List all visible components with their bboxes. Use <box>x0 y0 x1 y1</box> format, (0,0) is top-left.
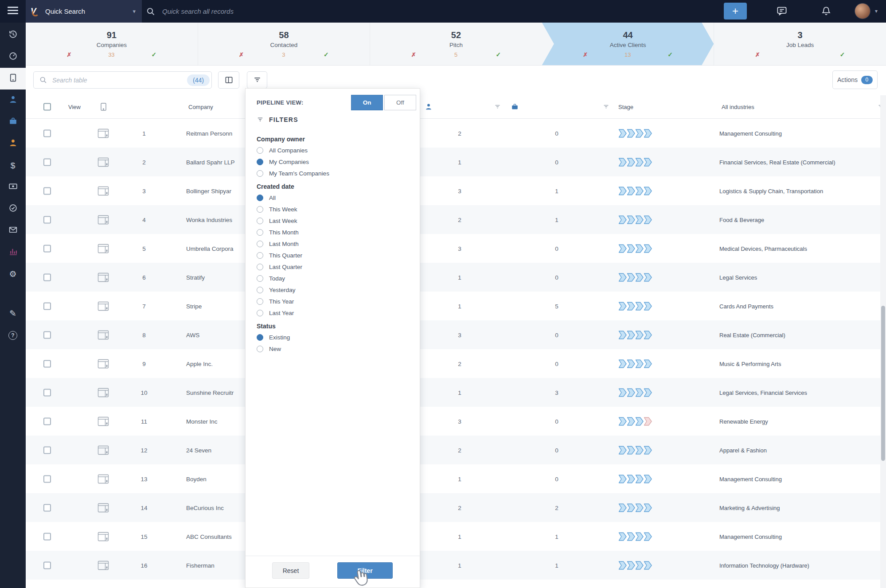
x-icon[interactable]: ✗ <box>411 51 416 58</box>
stage-indicator[interactable] <box>618 273 656 282</box>
filter-option[interactable]: This Year <box>257 298 411 305</box>
radio-unselected-icon[interactable] <box>257 298 263 305</box>
filter-option[interactable]: Last Week <box>257 218 411 224</box>
pipeline-stage-1[interactable]: 91Companies✗33✓ <box>26 23 198 65</box>
stage-indicator[interactable] <box>618 417 656 426</box>
company-link[interactable]: Umbrella Corpora <box>186 245 234 252</box>
preview-window-icon[interactable] <box>98 416 109 427</box>
filter-option[interactable]: My Team's Companies <box>257 170 411 177</box>
row-checkbox[interactable] <box>43 389 51 396</box>
company-link[interactable]: AWS <box>186 331 199 338</box>
row-checkbox[interactable] <box>43 331 51 339</box>
radio-unselected-icon[interactable] <box>257 147 263 154</box>
preview-window-icon[interactable] <box>98 387 109 398</box>
sidebar-item-payments[interactable] <box>0 176 26 198</box>
preview-window-icon[interactable] <box>98 560 109 571</box>
check-icon[interactable]: ✓ <box>496 51 501 58</box>
preview-window-icon[interactable] <box>98 474 109 484</box>
radio-unselected-icon[interactable] <box>257 206 263 213</box>
chat-icon[interactable] <box>777 6 787 16</box>
pipeline-view-on-button[interactable]: On <box>351 95 383 110</box>
filter-option[interactable]: All <box>257 195 411 201</box>
row-checkbox[interactable] <box>43 533 51 540</box>
preview-window-icon[interactable] <box>98 445 109 456</box>
sidebar-item-help[interactable]: ? <box>0 324 26 346</box>
row-checkbox[interactable] <box>43 216 51 223</box>
row-checkbox[interactable] <box>43 446 51 454</box>
sidebar-item-billing[interactable]: $ <box>0 155 26 176</box>
company-column-header[interactable]: Company <box>188 104 213 110</box>
jobs-briefcase-icon[interactable] <box>511 103 519 111</box>
radio-unselected-icon[interactable] <box>257 218 263 224</box>
stage-indicator[interactable] <box>618 388 656 397</box>
sidebar-item-history[interactable] <box>0 24 26 46</box>
company-link[interactable]: 24 Seven <box>186 447 211 453</box>
filter-option[interactable]: This Month <box>257 229 411 236</box>
stage-indicator[interactable] <box>618 331 656 339</box>
pipeline-stage-2[interactable]: 58Contacted✗3✓ <box>198 23 370 65</box>
preview-window-icon[interactable] <box>98 214 109 225</box>
company-link[interactable]: Stratify <box>186 274 205 280</box>
stage-indicator[interactable] <box>618 503 656 512</box>
row-checkbox[interactable] <box>43 187 51 195</box>
company-link[interactable]: Monster Inc <box>186 418 218 424</box>
row-checkbox[interactable] <box>43 561 51 569</box>
table-search-input[interactable] <box>51 76 187 84</box>
pipeline-stage-3[interactable]: 52Pitch✗5✓ <box>370 23 542 65</box>
stage-indicator[interactable] <box>618 532 656 541</box>
pipeline-view-off-button[interactable]: Off <box>384 95 416 110</box>
scrollbar-thumb[interactable] <box>881 306 885 461</box>
filter-funnel-icon[interactable] <box>494 104 501 110</box>
sidebar-item-analytics[interactable] <box>0 241 26 263</box>
stage-indicator[interactable] <box>618 244 656 253</box>
radio-unselected-icon[interactable] <box>257 252 263 259</box>
preview-window-icon[interactable] <box>98 358 109 369</box>
preview-window-icon[interactable] <box>98 186 109 196</box>
view-column-header[interactable]: View <box>68 104 81 110</box>
row-checkbox[interactable] <box>43 417 51 425</box>
filter-option[interactable]: All Companies <box>257 147 411 154</box>
select-all-checkbox[interactable] <box>43 103 51 111</box>
row-checkbox[interactable] <box>43 475 51 483</box>
row-checkbox[interactable] <box>43 302 51 310</box>
stage-indicator[interactable] <box>618 302 656 311</box>
sidebar-item-edit[interactable]: ✎ <box>0 303 26 324</box>
filter-option[interactable]: New <box>257 346 411 352</box>
row-checkbox[interactable] <box>43 273 51 281</box>
stage-indicator[interactable] <box>618 475 656 483</box>
row-checkbox[interactable] <box>43 360 51 367</box>
pipeline-stage-4[interactable]: 44Active Clients✗13✓ <box>542 23 714 65</box>
company-link[interactable]: Bollinger Shipyar <box>186 187 231 194</box>
global-search-input[interactable] <box>161 7 472 16</box>
filter-button[interactable] <box>247 71 267 89</box>
company-link[interactable]: Fisherman <box>186 562 215 569</box>
sidebar-item-settings[interactable]: ⚙ <box>0 263 26 285</box>
stage-indicator[interactable] <box>618 446 656 455</box>
company-link[interactable]: Sunshine Recruitr <box>186 389 234 396</box>
filter-funnel-icon[interactable] <box>603 104 609 110</box>
check-icon[interactable]: ✓ <box>840 51 845 58</box>
x-icon[interactable]: ✗ <box>755 51 760 58</box>
x-icon[interactable]: ✗ <box>239 51 244 58</box>
row-checkbox[interactable] <box>43 245 51 252</box>
filter-option[interactable]: Existing <box>257 334 411 341</box>
notifications-bell-icon[interactable] <box>821 6 831 16</box>
stage-column-header[interactable]: Stage <box>618 104 633 110</box>
column-settings-button[interactable] <box>218 71 239 89</box>
filter-option[interactable]: Last Quarter <box>257 264 411 270</box>
company-link[interactable]: BeCurious Inc <box>186 504 224 511</box>
radio-unselected-icon[interactable] <box>257 264 263 270</box>
sidebar-item-tasks[interactable] <box>0 198 26 220</box>
actions-button[interactable]: Actions 0 <box>832 70 878 89</box>
radio-unselected-icon[interactable] <box>257 287 263 293</box>
stage-indicator[interactable] <box>618 129 656 138</box>
hamburger-menu-icon[interactable] <box>8 7 18 16</box>
row-checkbox[interactable] <box>43 129 51 137</box>
vertical-scrollbar[interactable] <box>880 95 886 588</box>
filter-option[interactable]: Last Month <box>257 241 411 247</box>
contacts-person-icon[interactable] <box>425 103 433 111</box>
company-link[interactable]: Wonka Industries <box>186 216 232 223</box>
user-avatar[interactable] <box>855 3 870 19</box>
stage-indicator[interactable] <box>618 561 656 570</box>
radio-unselected-icon[interactable] <box>257 241 263 247</box>
